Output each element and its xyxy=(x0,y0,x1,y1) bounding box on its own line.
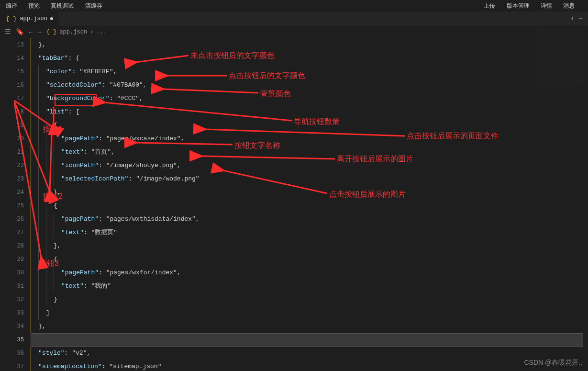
menu-upload[interactable]: 上传 xyxy=(484,3,495,10)
code-line[interactable]: }, xyxy=(31,320,588,333)
line-number: 24 xyxy=(0,186,24,199)
code-line[interactable]: "backgroundColor": "#CCC", xyxy=(31,92,588,105)
code-line[interactable]: { xyxy=(31,119,588,132)
tab-app-json[interactable]: { } app.json xyxy=(0,11,59,26)
line-number: 32 xyxy=(0,293,24,306)
menu-clear[interactable]: 清缓存 xyxy=(85,3,102,10)
split-editor-icon[interactable]: ⫞ xyxy=(570,15,574,22)
line-number: 19 xyxy=(0,119,24,132)
code-line[interactable]: }, xyxy=(31,38,588,52)
line-number: 16 xyxy=(0,79,24,92)
line-number: 23 xyxy=(0,172,24,186)
menu-detail[interactable]: 详情 xyxy=(541,3,552,10)
line-number-gutter: 1314151617181920212223242526272829303132… xyxy=(0,38,31,371)
line-number: 30 xyxy=(0,266,24,280)
more-icon[interactable]: ⋯ xyxy=(578,15,582,22)
code-line[interactable]: "text": "数据页" xyxy=(31,226,588,239)
line-number: 14 xyxy=(0,52,24,65)
line-number: 37 xyxy=(0,360,24,371)
menu-message[interactable]: 消息 xyxy=(563,3,575,10)
code-line[interactable]: "pagePath": "pages/wxcase/index", xyxy=(31,132,588,146)
json-icon: { } xyxy=(46,29,57,35)
minimap[interactable] xyxy=(536,29,584,86)
menu-preview[interactable]: 预览 xyxy=(28,3,40,10)
code-line[interactable]: "list": [ xyxy=(31,105,588,119)
tab-label: app.json xyxy=(20,15,47,22)
menu-right: 上传 版本管理 详情 消息 xyxy=(484,2,582,10)
line-number: 29 xyxy=(0,253,24,266)
bookmark-icon[interactable]: 🔖 xyxy=(16,28,24,36)
code-line[interactable]: "sitemapLocation": "sitemap.json" xyxy=(31,360,588,371)
nav-forward-icon[interactable]: → xyxy=(37,28,41,36)
line-number: 36 xyxy=(0,347,24,360)
code-line[interactable]: "iconPath": "/image/shouye.png", xyxy=(31,159,588,172)
code-line[interactable]: }, xyxy=(31,239,588,253)
line-number: 28 xyxy=(0,239,24,253)
code-line[interactable]: }, xyxy=(31,186,588,199)
breadcrumb-file: app.json xyxy=(59,29,87,35)
json-icon: { } xyxy=(6,15,17,22)
menu-debug[interactable]: 真机调试 xyxy=(51,3,74,10)
code-line[interactable]: "tabBar": { xyxy=(31,52,588,65)
code-line[interactable]: { xyxy=(31,199,588,213)
line-number: 25 xyxy=(0,199,24,213)
breadcrumb[interactable]: { } app.json › ... xyxy=(46,29,107,35)
line-number: 13 xyxy=(0,38,24,52)
chevron-right-icon: › xyxy=(90,29,93,35)
line-number: 31 xyxy=(0,280,24,293)
code-line[interactable]: } xyxy=(31,293,588,306)
breadcrumb-ellipsis: ... xyxy=(96,29,107,35)
line-number: 33 xyxy=(0,306,24,320)
code-line[interactable]: "text": "首页", xyxy=(31,146,588,159)
code-editor[interactable]: },"tabBar": {"color": "#8E8E8F","selecte… xyxy=(31,38,588,371)
line-number: 34 xyxy=(0,320,24,333)
code-line[interactable]: "style": "v2", xyxy=(31,347,588,360)
line-number: 26 xyxy=(0,213,24,226)
code-line[interactable]: "color": "#8E8E8F", xyxy=(31,65,588,79)
list-icon[interactable]: ☰ xyxy=(5,28,11,36)
line-number: 15 xyxy=(0,65,24,79)
unsaved-dot-icon xyxy=(50,17,53,20)
code-line[interactable]: "selectedIconPath": "/image/wode.png" xyxy=(31,172,588,186)
code-line[interactable]: "pagePath": "pages/wxthisdata/index", xyxy=(31,213,588,226)
line-number: 35 xyxy=(0,333,24,347)
line-number: 18 xyxy=(0,105,24,119)
code-line[interactable]: ] xyxy=(31,306,588,320)
code-line[interactable] xyxy=(31,333,588,347)
line-number: 21 xyxy=(0,146,24,159)
line-number: 27 xyxy=(0,226,24,239)
nav-back-icon[interactable]: ← xyxy=(29,28,33,36)
code-line[interactable]: { xyxy=(31,253,588,266)
line-number: 17 xyxy=(0,92,24,105)
menu-version[interactable]: 版本管理 xyxy=(507,3,530,10)
line-number: 20 xyxy=(0,132,24,146)
menu-compile[interactable]: 编译 xyxy=(6,3,17,10)
code-line[interactable]: "selectedColor": "#07BA00", xyxy=(31,79,588,92)
watermark: CSDN @春暖花开., xyxy=(524,359,582,367)
code-line[interactable]: "pagePath": "pages/wxfor/index", xyxy=(31,266,588,280)
line-number: 22 xyxy=(0,159,24,172)
code-line[interactable]: "text": "我的" xyxy=(31,280,588,293)
menu-left: 编译 预览 真机调试 清缓存 xyxy=(6,2,110,10)
